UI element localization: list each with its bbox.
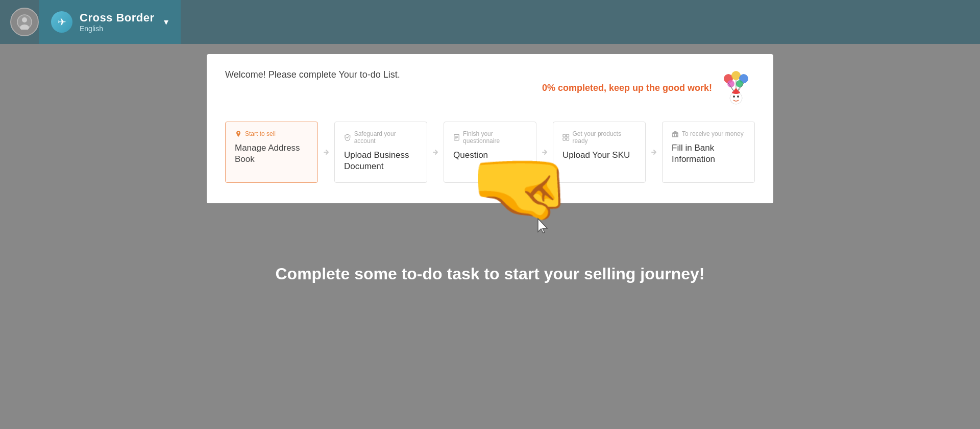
svg-rect-24 (563, 138, 566, 140)
arrow-1 (318, 122, 334, 183)
step4-title: Upload Your SKU (562, 150, 636, 161)
step-questionnaire[interactable]: Finish your questionnaire Question (444, 122, 536, 183)
svg-point-7 (727, 80, 734, 87)
step3-label: Finish your questionnaire (453, 130, 527, 145)
todo-card: Welcome! Please complete Your to-do List… (207, 54, 773, 203)
step-safeguard-account[interactable]: Safeguard your account Upload Business D… (334, 122, 427, 183)
svg-rect-26 (672, 133, 678, 134)
step3-title: Question (453, 150, 527, 161)
svg-point-15 (737, 96, 739, 98)
arrow-cursor (536, 218, 550, 237)
avatar (10, 8, 39, 36)
card-header: Welcome! Please complete Your to-do List… (225, 69, 755, 106)
step5-label: To receive your money (672, 130, 745, 137)
svg-point-14 (733, 96, 735, 98)
bank-icon (672, 130, 679, 137)
arrow-4 (646, 122, 662, 183)
svg-rect-23 (567, 134, 569, 137)
mascot (718, 69, 755, 106)
document-icon (453, 134, 460, 141)
steps-row: Start to sell Manage Address Book Safegu… (225, 122, 755, 183)
header: ✈ Cross Border English ▾ (0, 0, 980, 44)
header-brand[interactable]: ✈ Cross Border English ▾ (39, 0, 181, 44)
step1-title: Manage Address Book (235, 142, 308, 165)
brand-language: English (80, 25, 155, 33)
bottom-cta-text: Complete some to-do task to start your s… (275, 265, 704, 283)
plane-icon: ✈ (51, 11, 72, 33)
header-text: Cross Border English (80, 11, 155, 33)
card-progress: 0% completed, keep up the good work! (542, 69, 755, 106)
brand-name: Cross Border (80, 11, 155, 25)
svg-point-6 (736, 80, 743, 87)
arrow-2 (427, 122, 444, 183)
svg-rect-27 (672, 134, 673, 136)
main-content: Welcome! Please complete Your to-do List… (0, 44, 980, 429)
progress-text: 0% completed, keep up the good work! (542, 83, 712, 93)
svg-point-1 (22, 17, 27, 22)
step2-label: Safeguard your account (344, 130, 418, 145)
step-receive-money[interactable]: To receive your money Fill in Bank Infor… (662, 122, 755, 183)
dropdown-icon[interactable]: ▾ (164, 16, 168, 28)
arrow-3 (536, 122, 553, 183)
shield-icon (344, 134, 351, 141)
step-products-ready[interactable]: Get your products ready Upload Your SKU (553, 122, 646, 183)
step1-label: Start to sell (235, 130, 308, 137)
welcome-text: Welcome! Please complete Your to-do List… (225, 69, 400, 80)
step5-title: Fill in Bank Information (672, 142, 745, 165)
svg-marker-32 (672, 131, 678, 133)
svg-rect-29 (676, 134, 677, 136)
svg-rect-30 (677, 134, 678, 136)
step2-title: Upload Business Document (344, 150, 418, 172)
svg-rect-22 (563, 134, 566, 137)
step4-label: Get your products ready (562, 130, 636, 145)
svg-rect-25 (567, 138, 569, 140)
grid-icon (562, 134, 570, 141)
location-icon (235, 130, 242, 137)
step-start-to-sell[interactable]: Start to sell Manage Address Book (225, 122, 318, 183)
mascot-svg (718, 69, 754, 105)
svg-rect-31 (672, 136, 678, 137)
svg-rect-28 (674, 134, 675, 136)
